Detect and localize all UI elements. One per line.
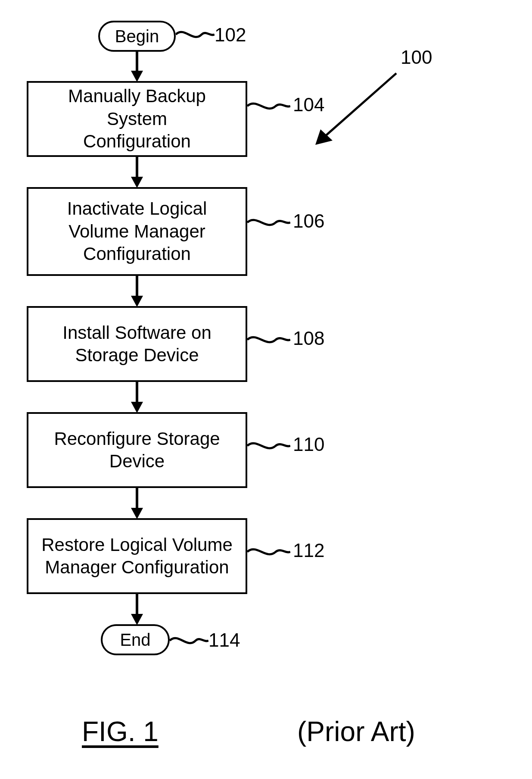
flowchart-canvas: Begin Manually Backup System Configurati…: [0, 0, 532, 779]
label-114: 114: [208, 629, 240, 651]
label-106: 106: [293, 210, 324, 232]
process-112-text: Restore Logical Volume Manager Configura…: [41, 534, 233, 579]
arrow-begin-to-104: [129, 52, 145, 82]
arrow-104-to-106: [129, 157, 145, 188]
arrow-112-to-end: [129, 594, 145, 625]
leader-104: [247, 97, 290, 115]
process-104-text: Manually Backup System Configuration: [37, 85, 237, 153]
svg-marker-1: [131, 71, 143, 82]
terminator-begin-text: Begin: [115, 27, 159, 46]
svg-marker-7: [131, 402, 143, 413]
process-108: Install Software on Storage Device: [27, 306, 247, 382]
pointer-100: [310, 69, 405, 147]
label-112: 112: [293, 540, 324, 561]
leader-102: [176, 26, 215, 43]
process-112: Restore Logical Volume Manager Configura…: [27, 518, 247, 594]
leader-106: [247, 214, 290, 231]
svg-marker-3: [131, 177, 143, 188]
label-102: 102: [215, 24, 246, 46]
svg-marker-5: [131, 296, 143, 307]
leader-108: [247, 331, 290, 348]
label-100: 100: [401, 47, 432, 68]
leader-114: [170, 632, 208, 649]
leader-110: [247, 437, 290, 454]
process-108-text: Install Software on Storage Device: [62, 322, 212, 367]
svg-line-12: [323, 73, 396, 138]
process-106: Inactivate Logical Volume Manager Config…: [27, 187, 247, 276]
process-104: Manually Backup System Configuration: [27, 81, 247, 157]
figure-label: FIG. 1: [82, 716, 159, 748]
terminator-begin: Begin: [98, 21, 176, 52]
svg-marker-11: [131, 614, 143, 625]
process-110: Reconfigure Storage Device: [27, 412, 247, 488]
process-110-text: Reconfigure Storage Device: [54, 428, 220, 473]
arrow-106-to-108: [129, 276, 145, 307]
process-106-text: Inactivate Logical Volume Manager Config…: [67, 197, 207, 266]
label-110: 110: [293, 434, 324, 455]
prior-art-label: (Prior Art): [297, 716, 415, 748]
terminator-end-text: End: [120, 630, 150, 650]
arrow-108-to-110: [129, 382, 145, 413]
arrow-110-to-112: [129, 488, 145, 519]
label-108: 108: [293, 328, 324, 349]
terminator-end: End: [101, 624, 170, 655]
leader-112: [247, 543, 290, 560]
svg-marker-9: [131, 508, 143, 519]
